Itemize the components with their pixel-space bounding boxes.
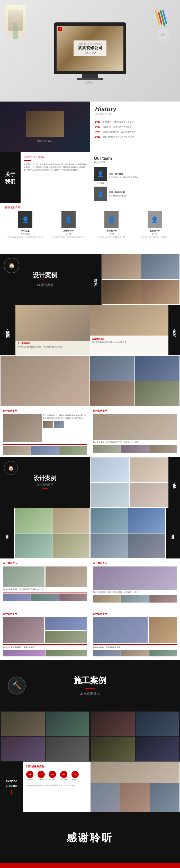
col-modern-simple: 现代·简约 [90, 254, 180, 305]
d-main-2 [93, 566, 177, 590]
col-case-detail-1: 设计案例展示 格·地中海风格设计，蓝白配色彰显浪漫地中海气息 [0, 558, 90, 609]
room-small-4 [135, 381, 179, 406]
d-sm-4 [93, 595, 120, 602]
col-design-intro: 🏠 设计案例 XX系列展示 [0, 254, 90, 305]
col-history: History 我们的发展历程 2010 公司成立，开始承接小型装修项目 201… [90, 101, 180, 152]
pastoral-img-3 [15, 533, 52, 558]
d-sm-5 [121, 595, 149, 602]
c4-b2 [121, 650, 149, 656]
d-sm-3 [60, 593, 87, 601]
col-team: Our team 我们的团队 👤 设计师组 张三 | 设计总监 专业室内设计师，… [90, 152, 180, 203]
slide-design-row5: 田园风格 格地中海风 [0, 508, 180, 558]
d-sm-6 [149, 595, 177, 602]
history-item-3: 2014 荣获多项设计大奖，品牌影响力提升 [95, 130, 175, 133]
case-img-1 [3, 414, 42, 442]
modern-label: 现代·简约 [94, 277, 98, 281]
nordic-label: 北欧风格 [172, 481, 176, 484]
con-img-6 [136, 712, 179, 736]
col-case-detail-2: 设计案例展示 新中式风格案例，传承中华文化精髓，融合现代设计理念 [90, 558, 180, 609]
c4-b1 [93, 650, 120, 656]
team-card-4: 👤 创意设计师 设计师 新锐设计力量，创意无限，引领潮流 [135, 211, 175, 238]
design-cases-title-2: 设计案例 [34, 474, 56, 482]
slide-construction-row1 [0, 711, 180, 762]
room-small-1 [90, 356, 135, 381]
arrow-3: → [57, 774, 60, 777]
d-sm-2 [31, 593, 59, 601]
col-design-dark-2: 🏠 设计案例 家装系列展示 [0, 457, 90, 508]
con-img-4 [45, 737, 89, 761]
slide-design-row3: 设计案例展示 现代简约风格设计，运用简洁的线条和纯净的色彩，创造出宽敞明亮的居住… [0, 406, 180, 457]
monitor-stand [82, 74, 98, 78]
team-title-en: Our team [94, 156, 176, 161]
pastoral-img-1 [15, 508, 52, 533]
service-img-3 [120, 783, 150, 812]
design-intro-title: 设计案例 [33, 271, 57, 279]
col-service-process: Service process 我们的服务流程 01 需求咨询 → 02 方案设… [0, 762, 90, 812]
mediterranean-label: 格地中海风 [171, 532, 175, 534]
slide-design-row7: 设计案例展示 格·新中式装修风格展示，展现东方美学 设计案例展示 [0, 609, 180, 660]
history-item-4: 2016 成为业内知名企业，客户遍布全国 [95, 135, 175, 138]
history-title: History [95, 105, 175, 113]
c3-main [3, 617, 44, 643]
d-sm-1 [3, 593, 31, 601]
case-sm-3 [149, 445, 177, 453]
service-title-2: 我们的服务流程 [26, 765, 87, 768]
case-bottom-2 [31, 446, 59, 455]
slide-design-row4: 🏠 设计案例 家装系列展示 北欧风格 [0, 457, 180, 508]
c3-b1 [3, 650, 45, 656]
col-about: 关于我们 公司简介（公司概况） 关于我们：我们是一家专业的室内设计和装修公司，致… [0, 152, 90, 203]
nordic-img-2 [130, 458, 168, 482]
service-title-cn: Service process [3, 779, 21, 788]
team-card-3: 👤 资深设计师 设计师 专注于欧式传统风格，深受高端客户喜爱 [91, 211, 132, 238]
pastoral-img-4 [52, 533, 90, 558]
case-display-label: 设计案例展示 [17, 342, 88, 345]
monitor-label: 某鸟图片 [85, 81, 95, 84]
traditional-label: 传统·中式 [172, 328, 176, 332]
col-european: 欧式·简约 设计案例展示 展示欧式装修风格的精品案例，体现高贵典雅的设计美学 [0, 305, 90, 355]
decoration-left [5, 5, 26, 36]
step-5: 05 验收交付 [71, 771, 79, 781]
med-img-1 [91, 508, 128, 533]
team-member-label-1: 设计师组 [94, 182, 107, 185]
c4-main [93, 617, 148, 643]
case-bottom-3 [60, 446, 87, 455]
col-interior-dark: 室内设计展示 [0, 101, 90, 152]
step-1: 01 需求咨询 [26, 771, 33, 781]
med-img-2 [128, 508, 166, 533]
col-traditional: 设计案例展示 传统中式装修风格案例展示，融合古典元素 传统·中式 [90, 305, 180, 355]
c3-b2 [45, 650, 87, 656]
slide-cover: 2015-2016年企业宣传册 某某装修公司 汇报人：某某 P 某鸟图片 杯子 [0, 0, 180, 101]
service-img-1 [91, 762, 179, 783]
european-label: 欧式·简约 [5, 328, 10, 333]
pastoral-img-2 [52, 508, 90, 533]
con-img-5 [91, 712, 135, 736]
col-case-4: 设计案例展示 精品装修案例，彰显高端品质生活 [90, 609, 180, 660]
case-sm-1 [93, 445, 120, 453]
slide-thanks: 感谢聆听 [0, 812, 180, 863]
room-large-1 [1, 356, 89, 406]
col-mediterranean: 格地中海风 [90, 508, 180, 558]
nordic-img-4 [130, 483, 168, 507]
history-items: 2010 公司成立，开始承接小型装修项目 2012 团队扩张，业务范围扩大到全市… [95, 121, 175, 141]
pastoral-label: 田园风格 [5, 532, 9, 535]
service-img-4 [150, 783, 179, 812]
col-case-desc-1: 设计案例展示 现代简约风格设计，运用简洁的线条和纯净的色彩，创造出宽敞明亮的居住… [0, 406, 90, 457]
room-img-2 [141, 254, 180, 279]
thanks-text: 感谢聆听 [66, 831, 114, 845]
european-main-img [15, 305, 90, 341]
room-img-3 [102, 280, 141, 304]
slide-team-detail: 团队成员介绍 👤 设计总监 首席设计师 从事室内设计工作15年，主导完成了数百个… [0, 203, 180, 254]
decoration-right: 杯子 [157, 8, 175, 33]
con-img-2 [45, 712, 89, 736]
con-img-3 [1, 737, 45, 761]
case-img-2 [93, 414, 177, 440]
med-img-4 [128, 533, 166, 558]
slide-footer: 更多精品PPT免费领取请扫码 或━━ucal999.com！ www.ucal9… [0, 863, 180, 868]
design-intro-sub: XX系列展示 [33, 283, 57, 287]
nordic-img-1 [91, 458, 129, 482]
cover-company-name: 某某装修公司 [78, 45, 102, 51]
monitor: 2015-2016年企业宣传册 某某装修公司 汇报人：某某 P [54, 23, 126, 74]
team-card-1: 👤 设计总监 首席设计师 从事室内设计工作15年，主导完成了数百个大型项目 [5, 211, 46, 238]
case-thumb-1 [43, 421, 53, 428]
step-2: 02 方案设计 [38, 771, 45, 781]
